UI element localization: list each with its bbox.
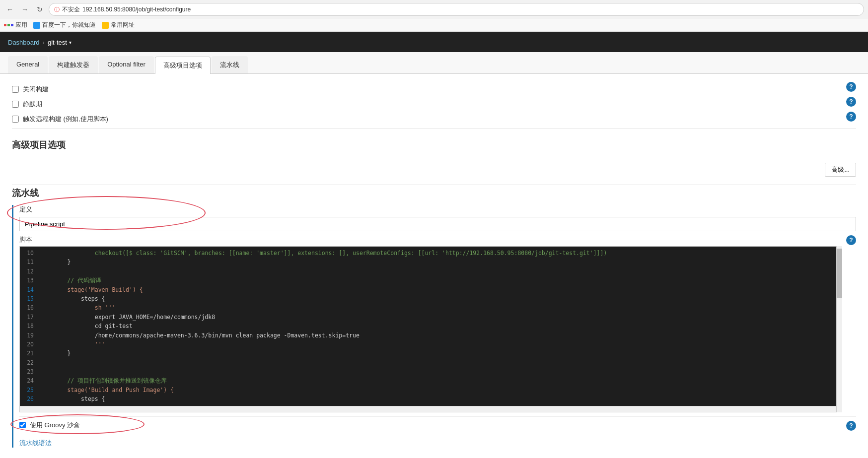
breadcrumb: Dashboard › git-test ▾ — [8, 39, 72, 46]
pipeline-syntax-row: 流水线语法 — [19, 439, 856, 448]
code-text: stage('Build and Push Image') { — [38, 386, 842, 394]
help-icon-quiet[interactable]: ? — [846, 97, 856, 107]
code-line: 14 stage('Maven Build') { — [20, 285, 842, 294]
checkbox-close-build[interactable] — [12, 86, 19, 93]
code-text: // 代码编译 — [38, 276, 842, 285]
pipeline-content: 定义 Pipeline script 脚本 — [12, 205, 856, 448]
checkbox-quiet-label: 静默期 — [23, 100, 42, 109]
pipeline-type-select[interactable]: Pipeline script — [19, 217, 856, 231]
app-header: Dashboard › git-test ▾ — [0, 32, 868, 52]
checkbox-row-quiet: 静默期 ? — [12, 97, 856, 112]
editor-scrollbar[interactable] — [836, 246, 842, 412]
code-line: 18 cd git-test — [20, 322, 842, 330]
line-number: 19 — [20, 331, 38, 340]
help-icon-close-build[interactable]: ? — [846, 82, 856, 92]
code-line: 22 — [20, 358, 842, 367]
bottom-scrollbar[interactable] — [20, 406, 842, 412]
code-line: 19 /home/commons/apache-maven-3.6.3/bin/… — [20, 331, 842, 340]
address-bar[interactable]: ⓘ 不安全 192.168.50.95:8080/job/git-test/co… — [49, 3, 864, 16]
script-section: 脚本 10 checkout([$ class: 'GitSCM', branc… — [19, 235, 856, 412]
pipeline-title: 流水线 — [12, 187, 856, 199]
separator-1 — [12, 129, 856, 129]
line-number: 21 — [20, 349, 38, 358]
bookmark-common-label: 常用网址 — [111, 21, 135, 29]
script-label-row: 脚本 — [19, 235, 842, 244]
code-line: 12 — [20, 267, 842, 276]
line-number: 26 — [20, 394, 38, 403]
code-text: stage('Maven Build') { — [38, 285, 842, 294]
help-icon-groovy[interactable]: ? — [846, 421, 856, 431]
breadcrumb-separator: › — [43, 39, 45, 46]
tab-optional-filter[interactable]: Optional filter — [99, 56, 154, 73]
code-editor-dark[interactable]: 10 checkout([$ class: 'GitSCM', branches… — [20, 247, 842, 406]
project-link[interactable]: git-test ▾ — [48, 39, 72, 46]
code-line: 10 checkout([$ class: 'GitSCM', branches… — [20, 249, 842, 258]
content-area: 关闭构建 ? 静默期 ? 触发远程构建 (例如,使用脚本) ? 高级项目选项 高… — [0, 74, 868, 456]
groovy-sandbox-row: 使用 Groovy 沙盒 ? — [19, 416, 856, 435]
checkbox-row-remote-trigger: 触发远程构建 (例如,使用脚本) ? — [12, 112, 856, 127]
bookmark-common[interactable]: 常用网址 — [102, 21, 135, 29]
code-line: 24 // 项目打包到镜像并推送到镜像仓库 — [20, 376, 842, 385]
help-icon-remote-trigger[interactable]: ? — [846, 112, 856, 122]
code-text — [38, 358, 842, 367]
code-line: 21 } — [20, 349, 842, 358]
script-label-text: 脚本 — [19, 235, 32, 244]
line-number: 13 — [20, 276, 38, 285]
line-number: 20 — [20, 340, 38, 349]
checkbox-remote-trigger[interactable] — [12, 116, 19, 123]
bookmark-baidu[interactable]: 百度一下，你就知道 — [33, 21, 96, 29]
advanced-btn-row: 高级... — [12, 163, 856, 177]
bookmark-apps[interactable]: 应用 — [4, 21, 27, 29]
code-line: 17 export JAVA_HOME=/home/commons/jdk8 — [20, 313, 842, 322]
advanced-button[interactable]: 高级... — [825, 163, 856, 177]
project-chevron-icon: ▾ — [69, 40, 72, 45]
code-text: sh ''' — [38, 303, 842, 312]
code-text — [38, 367, 842, 376]
line-number: 16 — [20, 303, 38, 312]
code-editor[interactable]: 10 checkout([$ class: 'GitSCM', branches… — [19, 246, 842, 412]
tab-advanced-options[interactable]: 高级项目选项 — [155, 57, 211, 74]
tab-build-trigger[interactable]: 构建触发器 — [49, 56, 98, 73]
code-text: /home/commons/apache-maven-3.6.3/bin/mvn… — [38, 331, 842, 340]
code-text: cd git-test — [38, 322, 842, 330]
pipeline-syntax-link[interactable]: 流水线语法 — [19, 439, 52, 447]
definition-section: 定义 Pipeline script — [19, 205, 856, 231]
tab-pipeline[interactable]: 流水线 — [212, 56, 248, 73]
separator-2 — [12, 185, 856, 185]
definition-label: 定义 — [19, 205, 856, 214]
checkbox-quiet[interactable] — [12, 101, 19, 108]
reload-button[interactable]: ↻ — [34, 3, 46, 15]
scroll-thumb — [837, 249, 842, 298]
url-text: 192.168.50.95:8080/job/git-test/configur… — [82, 6, 191, 13]
project-name: git-test — [48, 39, 67, 46]
dashboard-link[interactable]: Dashboard — [8, 39, 40, 46]
checkbox-remote-trigger-label: 触发远程构建 (例如,使用脚本) — [23, 115, 108, 124]
code-line: 11 } — [20, 258, 842, 266]
line-number: 10 — [20, 249, 38, 258]
groovy-sandbox-label: 使用 Groovy 沙盒 — [30, 421, 80, 430]
back-button[interactable]: ← — [4, 3, 16, 15]
code-line: 26 steps { — [20, 394, 842, 403]
tab-general[interactable]: General — [8, 56, 48, 73]
code-text: checkout([$ class: 'GitSCM', branches: [… — [38, 249, 842, 258]
bookmark-baidu-label: 百度一下，你就知道 — [42, 21, 96, 29]
forward-button[interactable]: → — [19, 3, 31, 15]
code-line: 20 ''' — [20, 340, 842, 349]
security-icon: ⓘ — [54, 6, 60, 13]
pipeline-section-wrapper: 流水线 定义 Pipeline script 脚本 — [12, 187, 856, 448]
code-line: 23 — [20, 367, 842, 376]
groovy-section-wrapper: 使用 Groovy 沙盒 ? — [19, 416, 856, 435]
groovy-sandbox-checkbox[interactable] — [19, 422, 26, 428]
line-number: 15 — [20, 294, 38, 303]
code-text: // 项目打包到镜像并推送到镜像仓库 — [38, 376, 842, 385]
security-label: 不安全 — [62, 5, 80, 14]
bookmark-apps-label: 应用 — [15, 21, 27, 29]
help-icon-script[interactable]: ? — [846, 235, 856, 245]
main-content: General 构建触发器 Optional filter 高级项目选项 流水线… — [0, 52, 868, 458]
code-line: 16 sh ''' — [20, 303, 842, 312]
browser-toolbar: ← → ↻ ⓘ 不安全 192.168.50.95:8080/job/git-t… — [0, 0, 868, 19]
code-text — [38, 267, 842, 276]
advanced-options-title: 高级项目选项 — [12, 139, 856, 155]
code-line: 13 // 代码编译 — [20, 276, 842, 285]
bookmarks-bar: 应用 百度一下，你就知道 常用网址 — [0, 19, 868, 32]
